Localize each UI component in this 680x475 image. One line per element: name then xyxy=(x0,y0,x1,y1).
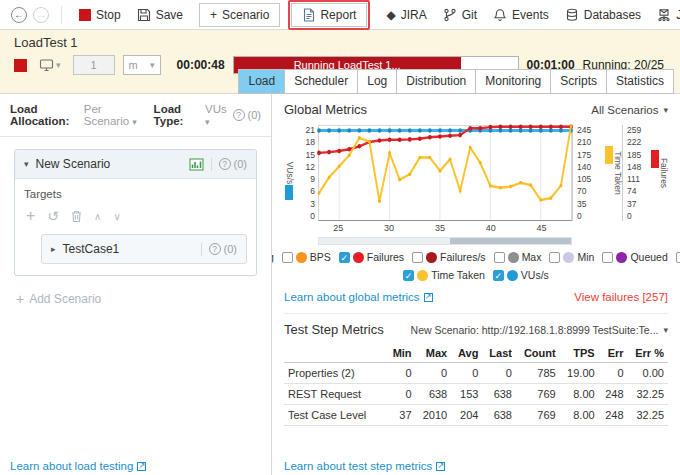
x-axis-tick: 25 xyxy=(333,223,343,233)
duration-unit-select[interactable]: m ▾ xyxy=(123,55,161,75)
tab-scripts[interactable]: Scripts xyxy=(550,69,607,94)
row-name: Test Case Level xyxy=(284,405,386,426)
load-allocation-select[interactable]: Per Scenario ▾ xyxy=(84,103,141,127)
metric-cell: 0 xyxy=(386,384,416,405)
jira-button[interactable]: ◆ JIRA xyxy=(378,3,434,27)
legend-checkbox[interactable] xyxy=(282,252,293,263)
tab-monitoring[interactable]: Monitoring xyxy=(475,69,551,94)
legend-item-failures-s: Failures/s xyxy=(412,251,486,263)
legend-checkbox[interactable]: ✓ xyxy=(493,270,504,281)
legend-item-failures: ✓Failures xyxy=(339,251,404,263)
table-row[interactable]: Test Case Level3720102046387698.0024832.… xyxy=(284,405,668,426)
agent-selector[interactable]: ▾ xyxy=(39,58,61,72)
move-up-icon[interactable]: ∧ xyxy=(94,211,101,222)
bell-icon xyxy=(493,8,507,22)
load-allocation-label: Load Allocation: xyxy=(10,103,79,127)
chart-plot-area[interactable] xyxy=(318,125,572,221)
jms-label: JMS xyxy=(676,8,680,22)
back-button[interactable]: ← xyxy=(11,7,27,23)
chevron-down-icon: ▾ xyxy=(663,325,668,335)
git-button[interactable]: Git xyxy=(435,3,485,27)
legend-color-dot xyxy=(507,270,518,281)
axis-tick: 245 xyxy=(577,125,604,135)
scenario-card-header[interactable]: ▾ New Scenario ? (0) xyxy=(15,150,256,179)
stop-button[interactable]: Stop xyxy=(71,3,129,27)
plus-icon: + xyxy=(16,291,24,307)
x-axis-labels: 2530354045 xyxy=(318,221,572,234)
metric-cell: 0.00 xyxy=(628,363,668,384)
delete-target-icon[interactable] xyxy=(71,210,82,223)
metric-cell: 638 xyxy=(416,384,452,405)
table-row[interactable]: Properties (2)000078519.0000.00 xyxy=(284,363,668,384)
load-type-label: Load Type: xyxy=(154,103,200,127)
scenario-scope-select[interactable]: All Scenarios ▾ xyxy=(591,104,668,116)
tab-log[interactable]: Log xyxy=(357,69,397,94)
x-axis-tick: 30 xyxy=(384,223,394,233)
column-header: Avg xyxy=(451,344,482,363)
axis-tick: 15 xyxy=(297,150,315,160)
table-row[interactable]: REST Request06381536387698.0024832.25 xyxy=(284,384,668,405)
testcase-help[interactable]: ? (0) xyxy=(209,243,237,255)
legend-checkbox[interactable]: ✓ xyxy=(339,252,350,263)
legend-checkbox[interactable] xyxy=(602,252,613,263)
axis-tick: 148 xyxy=(627,162,650,172)
learn-load-testing-link[interactable]: Learn about load testing ↗ xyxy=(10,460,146,472)
forward-button[interactable]: → xyxy=(33,7,49,23)
metric-cell: 769 xyxy=(516,384,560,405)
view-failures-link[interactable]: View failures [257] xyxy=(574,291,668,303)
axis-tick: 222 xyxy=(627,137,650,147)
legend-item-vus-s: ✓VUs/s xyxy=(493,269,549,281)
events-button[interactable]: Events xyxy=(485,3,557,27)
metric-cell: 153 xyxy=(451,384,482,405)
tab-distribution[interactable]: Distribution xyxy=(396,69,476,94)
test-step-scope-select[interactable]: New Scenario: http://192.168.1.8:8999 Te… xyxy=(411,324,668,336)
scenario-help[interactable]: ? (0) xyxy=(219,158,247,170)
stop-icon xyxy=(79,9,91,21)
tab-statistics[interactable]: Statistics xyxy=(606,69,674,94)
tab-load[interactable]: Load xyxy=(238,69,285,94)
legend-checkbox[interactable] xyxy=(412,252,423,263)
scenario-metrics-icon[interactable] xyxy=(189,158,204,171)
main-toolbar: ← → Stop Save + Scenario Report xyxy=(0,0,680,30)
legend-checkbox[interactable] xyxy=(494,252,505,263)
legend-checkbox[interactable] xyxy=(676,252,680,263)
x-axis-tick: 40 xyxy=(486,223,496,233)
add-scenario-button[interactable]: + Add Scenario xyxy=(16,291,271,307)
metric-cell: 19.00 xyxy=(560,363,599,384)
reload-target-icon[interactable]: ↺ xyxy=(47,208,59,224)
add-scenario-label: Add Scenario xyxy=(29,292,101,306)
load-type-select[interactable]: VUs ▾ xyxy=(205,103,228,127)
axis-tick: 6 xyxy=(297,186,315,196)
add-target-icon[interactable]: + xyxy=(26,207,35,225)
testcase-row[interactable]: ▸ TestCase1 ? (0) xyxy=(41,234,247,264)
duration-input[interactable] xyxy=(73,55,115,75)
back-icon: ← xyxy=(14,9,24,20)
legend-checkbox[interactable]: ✓ xyxy=(403,270,414,281)
metric-cell: 248 xyxy=(599,384,628,405)
chevron-down-icon: ▾ xyxy=(132,117,137,127)
chart-scrollbar-thumb[interactable] xyxy=(450,238,571,244)
stop-label: Stop xyxy=(96,8,121,22)
loadtest-stop-button[interactable] xyxy=(14,59,27,72)
learn-test-step-metrics-link[interactable]: Learn about test step metrics ↗ xyxy=(284,460,445,472)
report-button[interactable]: Report xyxy=(291,3,367,27)
report-icon xyxy=(302,8,315,22)
report-highlight: Report xyxy=(288,0,370,30)
legend-checkbox[interactable] xyxy=(549,252,560,263)
column-header: Max xyxy=(416,344,452,363)
jms-button[interactable]: JMS xyxy=(649,3,680,27)
add-scenario-toolbar-button[interactable]: + Scenario xyxy=(199,3,280,27)
save-button[interactable]: Save xyxy=(129,3,191,27)
events-label: Events xyxy=(512,8,549,22)
metric-cell: 785 xyxy=(516,363,560,384)
divider xyxy=(211,158,212,171)
move-down-icon[interactable]: ∨ xyxy=(113,211,120,222)
learn-global-metrics-link[interactable]: Learn about global metrics ↗ xyxy=(284,291,433,303)
metric-cell: 0 xyxy=(482,363,516,384)
test-step-metrics-title: Test Step Metrics xyxy=(284,322,384,337)
external-link-icon: ↗ xyxy=(424,293,433,302)
panel-help[interactable]: ? (0) xyxy=(233,109,261,121)
tab-scheduler[interactable]: Scheduler xyxy=(284,69,358,94)
axis-tick: 37 xyxy=(627,199,650,209)
databases-button[interactable]: Databases xyxy=(557,3,649,27)
